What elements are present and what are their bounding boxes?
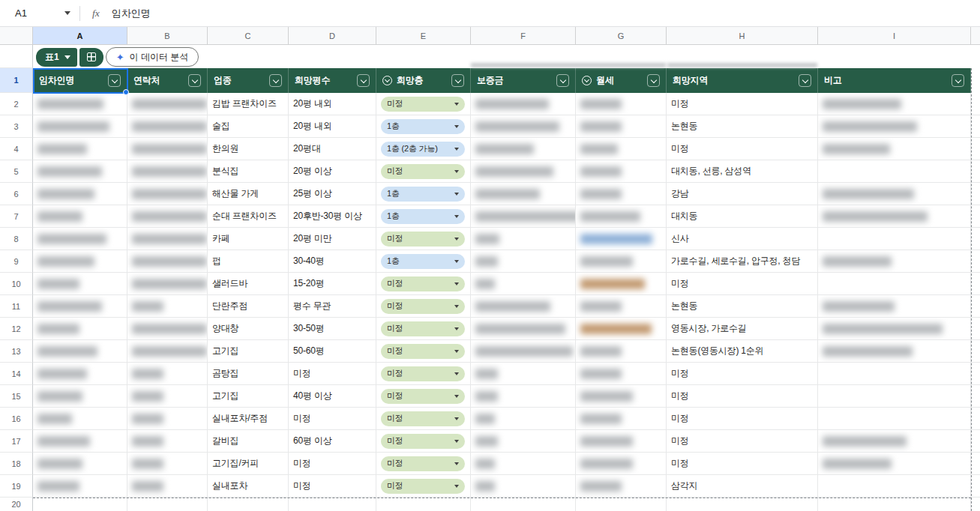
- cell-desired-region[interactable]: 미정: [667, 93, 818, 115]
- cell-monthly-rent[interactable]: [576, 205, 667, 228]
- cell-desired-floor[interactable]: 미정: [376, 93, 471, 115]
- cell-tenant-name[interactable]: [33, 183, 127, 205]
- cell-desired-floor[interactable]: 1층: [376, 183, 471, 205]
- cell-note[interactable]: [818, 408, 971, 430]
- cell-desired-region[interactable]: 대치동, 선릉, 삼성역: [667, 160, 818, 183]
- select-all-corner[interactable]: [0, 27, 33, 44]
- cell-deposit[interactable]: [471, 430, 576, 453]
- cell-deposit[interactable]: [471, 250, 576, 273]
- cell-tenant-name[interactable]: [33, 408, 127, 430]
- table-header-cell[interactable]: 희망층: [376, 68, 471, 93]
- floor-dropdown-chip[interactable]: 미정: [381, 479, 465, 494]
- cell-desired-size[interactable]: 40평 이상: [289, 385, 376, 408]
- row-number-15[interactable]: 15: [0, 385, 33, 408]
- cell[interactable]: [667, 498, 818, 511]
- cell-contact[interactable]: [127, 250, 208, 273]
- cell-desired-region[interactable]: 미정: [667, 385, 818, 408]
- cell-desired-size[interactable]: 25평 이상: [289, 183, 376, 205]
- cell-note[interactable]: [818, 475, 971, 498]
- cell-desired-size[interactable]: 20평 내외: [289, 93, 376, 115]
- cell-desired-floor[interactable]: 미정: [376, 475, 471, 498]
- cell-tenant-name[interactable]: [33, 318, 127, 340]
- cell-note[interactable]: [818, 453, 971, 475]
- floor-dropdown-chip[interactable]: 1층: [381, 209, 465, 224]
- row-number-3[interactable]: 3: [0, 115, 33, 138]
- column-menu-chevron-icon[interactable]: [799, 74, 811, 87]
- cell-monthly-rent[interactable]: [576, 93, 667, 115]
- cell-desired-region[interactable]: 미정: [667, 138, 818, 160]
- cell-contact[interactable]: [127, 205, 208, 228]
- floor-dropdown-chip[interactable]: 미정: [381, 411, 465, 426]
- row-number-10[interactable]: 10: [0, 273, 33, 295]
- table-name-chip[interactable]: 표1: [36, 48, 77, 67]
- cell-desired-region[interactable]: 논현동: [667, 115, 818, 138]
- cell-desired-region[interactable]: 미정: [667, 363, 818, 385]
- row-number-6[interactable]: 6: [0, 183, 33, 205]
- floor-dropdown-chip[interactable]: 미정: [381, 97, 465, 112]
- cell[interactable]: [471, 498, 576, 511]
- cell-desired-floor[interactable]: 1층: [376, 115, 471, 138]
- cell-desired-size[interactable]: 20평 미만: [289, 228, 376, 250]
- cell-note[interactable]: [818, 250, 971, 273]
- cell-desired-region[interactable]: 가로수길, 세로수길, 압구정, 청담: [667, 250, 818, 273]
- cell-industry[interactable]: 술집: [208, 115, 289, 138]
- cell-note[interactable]: [818, 385, 971, 408]
- floor-dropdown-chip[interactable]: 1층: [381, 119, 465, 134]
- cell-desired-size[interactable]: 50-60평: [289, 340, 376, 363]
- column-menu-chevron-icon[interactable]: [451, 74, 464, 87]
- cell-deposit[interactable]: [471, 183, 576, 205]
- cell-monthly-rent[interactable]: [576, 295, 667, 318]
- column-menu-chevron-icon[interactable]: [647, 74, 660, 87]
- cell-monthly-rent[interactable]: [576, 385, 667, 408]
- cell-desired-region[interactable]: 영동시장, 가로수길: [667, 318, 818, 340]
- cell-note[interactable]: [818, 340, 971, 363]
- cell-desired-floor[interactable]: 미정: [376, 363, 471, 385]
- cell-industry[interactable]: 갈비집: [208, 430, 289, 453]
- floor-dropdown-chip[interactable]: 미정: [381, 276, 465, 291]
- column-header-B[interactable]: B: [127, 27, 208, 44]
- cell-tenant-name[interactable]: [33, 93, 127, 115]
- row-number-5[interactable]: 5: [0, 160, 33, 183]
- cell-monthly-rent[interactable]: [576, 138, 667, 160]
- cell-tenant-name[interactable]: [33, 250, 127, 273]
- cell[interactable]: [576, 498, 667, 511]
- cell-deposit[interactable]: [471, 93, 576, 115]
- column-header-F[interactable]: F: [471, 27, 576, 44]
- cell-industry[interactable]: 곰탕집: [208, 363, 289, 385]
- table-range-button[interactable]: [79, 48, 103, 67]
- row-number-18[interactable]: 18: [0, 453, 33, 475]
- cell-desired-size[interactable]: 60평 이상: [289, 430, 376, 453]
- cell-note[interactable]: [818, 228, 971, 250]
- cell-deposit[interactable]: [471, 340, 576, 363]
- fill-handle[interactable]: [123, 89, 129, 95]
- cell-note[interactable]: [818, 205, 971, 228]
- cell-note[interactable]: [818, 318, 971, 340]
- cell-desired-size[interactable]: 미정: [289, 453, 376, 475]
- cell-desired-floor[interactable]: 미정: [376, 228, 471, 250]
- column-menu-chevron-icon[interactable]: [952, 74, 964, 87]
- cell-contact[interactable]: [127, 340, 208, 363]
- floor-dropdown-chip[interactable]: 미정: [381, 456, 465, 471]
- cell-deposit[interactable]: [471, 115, 576, 138]
- row-number-14[interactable]: 14: [0, 363, 33, 385]
- cell-industry[interactable]: 실내포차/주점: [208, 408, 289, 430]
- cell-contact[interactable]: [127, 453, 208, 475]
- cell-tenant-name[interactable]: [33, 205, 127, 228]
- floor-dropdown-chip[interactable]: 1층: [381, 254, 465, 269]
- cell-desired-size[interactable]: 15-20평: [289, 273, 376, 295]
- cell-desired-size[interactable]: 30-40평: [289, 250, 376, 273]
- cell-industry[interactable]: 해산물 가게: [208, 183, 289, 205]
- column-menu-chevron-icon[interactable]: [556, 74, 569, 87]
- cell-note[interactable]: [818, 430, 971, 453]
- floor-dropdown-chip[interactable]: 미정: [381, 389, 465, 404]
- cell-contact[interactable]: [127, 138, 208, 160]
- cell-monthly-rent[interactable]: [576, 363, 667, 385]
- cell-desired-region[interactable]: 신사: [667, 228, 818, 250]
- column-menu-chevron-icon[interactable]: [188, 74, 201, 87]
- cell-desired-floor[interactable]: 미정: [376, 318, 471, 340]
- cell-contact[interactable]: [127, 93, 208, 115]
- cell-tenant-name[interactable]: [33, 295, 127, 318]
- cell[interactable]: [208, 498, 289, 511]
- floor-dropdown-chip[interactable]: 1층 (2층 가능): [381, 142, 465, 157]
- cell-contact[interactable]: [127, 475, 208, 498]
